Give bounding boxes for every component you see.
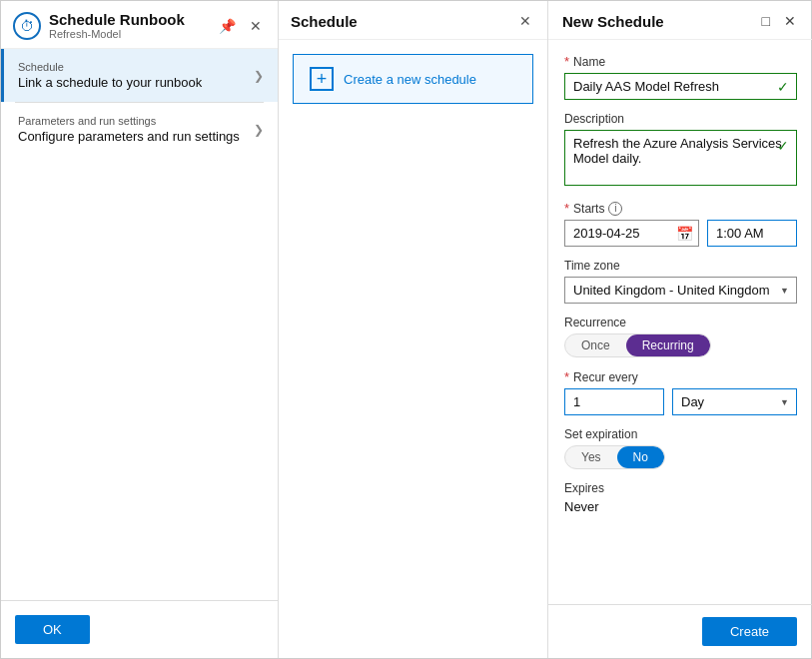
starts-row: 📅 <box>564 220 797 247</box>
nav-item-schedule[interactable]: Schedule Link a schedule to your runbook… <box>1 49 278 102</box>
timezone-label: Time zone <box>564 259 797 273</box>
panel3-body: * Name ✓ Description Refresh the Azure A… <box>548 40 812 604</box>
expiration-group: Set expiration Yes No <box>564 427 797 469</box>
recurrence-toggle: Once Recurring <box>564 333 711 357</box>
panel3-header: New Schedule □ ✕ <box>548 1 812 40</box>
description-input[interactable]: Refresh the Azure Analysis Services Mode… <box>564 130 797 186</box>
schedule-runbook-panel: ⏱ Schedule Runbook Refresh-Model 📌 ✕ Sch… <box>1 1 279 658</box>
once-option[interactable]: Once <box>565 334 626 356</box>
create-button[interactable]: Create <box>702 617 797 646</box>
nav-item-params-text: Parameters and run settings Configure pa… <box>18 115 254 144</box>
nav-item-params[interactable]: Parameters and run settings Configure pa… <box>1 103 278 156</box>
time-input[interactable] <box>707 220 797 247</box>
timezone-group: Time zone United Kingdom - United Kingdo… <box>564 259 797 304</box>
nav-item-params-value: Configure parameters and run settings <box>18 129 254 144</box>
recur-unit-select-wrap: Day Week Month Hour <box>672 388 797 415</box>
date-input[interactable] <box>564 220 699 247</box>
description-input-wrap: Refresh the Azure Analysis Services Mode… <box>564 130 797 189</box>
panel1-title: Schedule Runbook <box>49 11 207 28</box>
nav-item-params-label: Parameters and run settings <box>18 115 254 127</box>
name-input[interactable] <box>564 73 797 100</box>
recurring-option[interactable]: Recurring <box>626 334 710 356</box>
new-schedule-panel: New Schedule □ ✕ * Name ✓ Desc <box>548 1 812 658</box>
name-label-text: Name <box>573 55 605 69</box>
no-option[interactable]: No <box>617 446 664 468</box>
name-required-star: * <box>564 54 569 69</box>
nav-item-schedule-text: Schedule Link a schedule to your runbook <box>18 61 254 90</box>
panel2-title: Schedule <box>291 13 358 30</box>
expires-label: Expires <box>564 481 797 495</box>
expires-group: Expires Never <box>564 481 797 514</box>
starts-label: * Starts i <box>564 201 797 216</box>
nav-item-params-arrow: ❯ <box>254 123 264 137</box>
starts-label-text: Starts <box>573 202 604 216</box>
panel1-title-group: Schedule Runbook Refresh-Model <box>49 11 207 40</box>
nav-item-schedule-value: Link a schedule to your runbook <box>18 75 254 90</box>
timezone-select-wrap: United Kingdom - United Kingdom Time UTC… <box>564 277 797 304</box>
runbook-icon: ⏱ <box>13 12 41 40</box>
panel2-header: Schedule ✕ <box>279 1 547 40</box>
recur-number-input[interactable] <box>564 388 664 415</box>
close-panel2-button[interactable]: ✕ <box>515 11 535 31</box>
panel3-title: New Schedule <box>562 13 664 30</box>
name-label: * Name <box>564 54 797 69</box>
nav-item-schedule-arrow: ❯ <box>254 69 264 83</box>
expires-value: Never <box>564 499 797 514</box>
timezone-select[interactable]: United Kingdom - United Kingdom Time UTC… <box>564 277 797 304</box>
description-group: Description Refresh the Azure Analysis S… <box>564 112 797 189</box>
starts-info-icon: i <box>608 202 622 216</box>
recur-unit-select[interactable]: Day Week Month Hour <box>672 388 797 415</box>
recur-every-label: * Recur every <box>564 369 797 384</box>
recurrence-group: Recurrence Once Recurring <box>564 316 797 357</box>
panel1-header-actions: 📌 ✕ <box>215 16 266 36</box>
date-input-wrap: 📅 <box>564 220 699 247</box>
yes-option[interactable]: Yes <box>565 446 617 468</box>
recur-every-label-text: Recur every <box>573 370 638 384</box>
panel3-footer: Create <box>548 604 812 658</box>
recurrence-label: Recurrence <box>564 316 797 330</box>
close-panel1-button[interactable]: ✕ <box>246 16 266 36</box>
ok-button[interactable]: OK <box>15 615 90 644</box>
description-check-icon: ✓ <box>777 138 789 154</box>
panel3-header-actions: □ ✕ <box>757 11 801 31</box>
create-icon: + <box>310 67 334 91</box>
create-schedule-label: Create a new schedule <box>344 72 476 87</box>
panel1-subtitle: Refresh-Model <box>49 28 207 40</box>
name-group: * Name ✓ <box>564 54 797 100</box>
close-panel3-button[interactable]: ✕ <box>779 11 801 31</box>
recur-row: Day Week Month Hour <box>564 388 797 415</box>
nav-item-schedule-label: Schedule <box>18 61 254 73</box>
recur-every-group: * Recur every Day Week Month Hour <box>564 369 797 415</box>
expiration-toggle: Yes No <box>564 445 665 469</box>
panel1-nav: Schedule Link a schedule to your runbook… <box>1 49 278 600</box>
expiration-label: Set expiration <box>564 427 797 441</box>
name-input-wrap: ✓ <box>564 73 797 100</box>
starts-group: * Starts i 📅 <box>564 201 797 247</box>
panel3-header-left: New Schedule <box>562 13 664 30</box>
panel1-header: ⏱ Schedule Runbook Refresh-Model 📌 ✕ <box>1 1 278 49</box>
description-label-text: Description <box>564 112 797 126</box>
create-schedule-button[interactable]: + Create a new schedule <box>293 54 533 104</box>
panel2-body: + Create a new schedule <box>279 40 547 658</box>
panel1-footer: OK <box>1 600 278 658</box>
maximize-button[interactable]: □ <box>757 11 775 31</box>
schedule-panel: Schedule ✕ + Create a new schedule <box>279 1 548 658</box>
pin-button[interactable]: 📌 <box>215 16 240 36</box>
recur-required-star: * <box>564 369 569 384</box>
starts-required-star: * <box>564 201 569 216</box>
name-check-icon: ✓ <box>777 79 789 95</box>
